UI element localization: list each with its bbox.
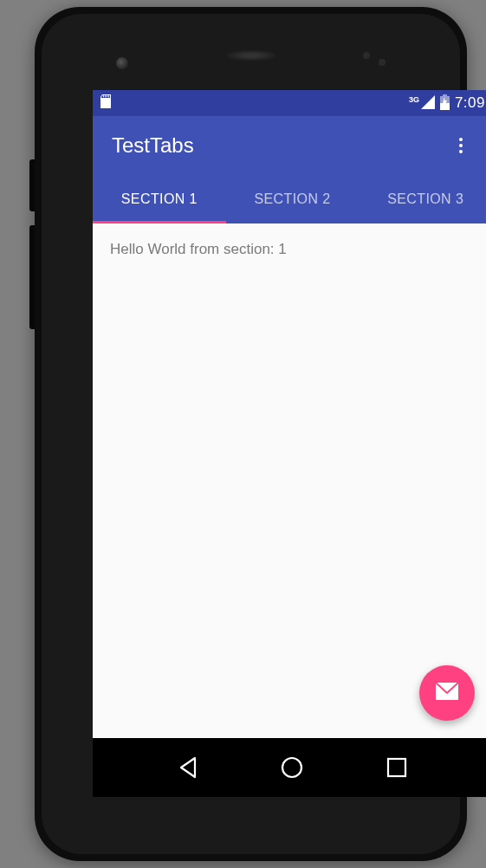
network-type-label: 3G xyxy=(409,95,419,104)
phone-front-camera xyxy=(116,57,128,69)
tab-section-1[interactable]: SECTION 1 xyxy=(93,175,226,223)
tab-section-2[interactable]: SECTION 2 xyxy=(226,175,360,223)
device-screen: 3G 7:09 TestTabs xyxy=(93,90,486,797)
tab-bar: SECTION 1 SECTION 2 SECTION 3 xyxy=(93,175,486,223)
system-nav-bar xyxy=(93,738,486,797)
nav-back-button[interactable] xyxy=(167,747,209,788)
content-text: Hello World from section: 1 xyxy=(110,241,475,258)
svg-rect-2 xyxy=(388,759,405,776)
app-bar: TestTabs xyxy=(93,116,486,175)
tab-label: SECTION 3 xyxy=(387,191,463,207)
app-title: TestTabs xyxy=(112,133,445,158)
recent-icon xyxy=(386,757,407,778)
overflow-menu-button[interactable] xyxy=(445,130,476,161)
more-vert-icon xyxy=(459,138,463,153)
phone-sensor xyxy=(379,59,386,66)
sd-card-icon xyxy=(100,94,113,113)
fab-email-button[interactable] xyxy=(419,665,475,721)
phone-sensor xyxy=(363,52,370,59)
phone-speaker xyxy=(227,50,275,61)
back-icon xyxy=(178,756,198,779)
phone-bezel: 3G 7:09 TestTabs xyxy=(42,14,460,854)
status-clock: 7:09 xyxy=(455,94,485,112)
nav-home-button[interactable] xyxy=(271,747,313,788)
email-icon xyxy=(436,683,458,704)
status-bar: 3G 7:09 xyxy=(93,90,486,116)
home-icon xyxy=(280,755,304,780)
tab-label: SECTION 2 xyxy=(254,191,330,207)
svg-point-1 xyxy=(282,758,301,777)
phone-frame: 3G 7:09 TestTabs xyxy=(35,7,467,861)
nav-recent-button[interactable] xyxy=(376,747,418,788)
tab-section-3[interactable]: SECTION 3 xyxy=(359,175,486,223)
battery-icon xyxy=(440,94,450,113)
tab-label: SECTION 1 xyxy=(121,191,198,207)
signal-icon xyxy=(421,95,435,112)
tab-content: Hello World from section: 1 xyxy=(93,223,486,738)
